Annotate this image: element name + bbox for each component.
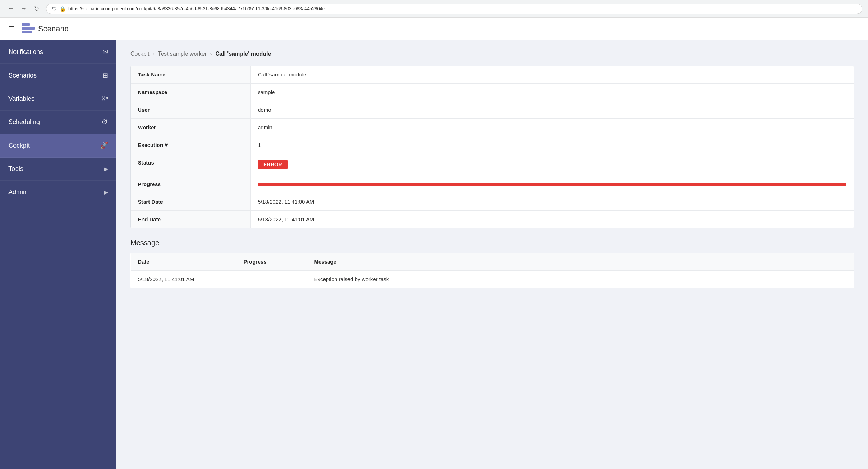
detail-label-2: User — [131, 101, 251, 118]
sidebar-icon-cockpit: 🚀 — [100, 142, 108, 149]
detail-value-5: ERROR — [251, 154, 854, 175]
detail-value-7: 5/18/2022, 11:41:00 AM — [251, 193, 854, 210]
sidebar-item-scenarios[interactable]: Scenarios⊞ — [0, 64, 116, 87]
sidebar-item-scheduling[interactable]: Scheduling⏱ — [0, 111, 116, 134]
message-section-title: Message — [130, 239, 854, 247]
sidebar-item-admin[interactable]: Admin▶ — [0, 181, 116, 204]
detail-value-2: demo — [251, 101, 854, 118]
breadcrumb-sep-1: › — [153, 51, 154, 57]
back-button[interactable]: ← — [6, 4, 16, 14]
sidebar-icon-notifications: ✉ — [103, 48, 108, 56]
detail-value-3: admin — [251, 119, 854, 136]
detail-row-0: Task NameCall 'sample' module — [131, 66, 854, 84]
sidebar-chevron-admin: ▶ — [104, 189, 108, 196]
col-header-progress: Progress — [237, 253, 307, 271]
detail-value-0: Call 'sample' module — [251, 66, 854, 83]
hamburger-button[interactable]: ☰ — [7, 23, 16, 35]
sidebar-label-variables: Variables — [8, 95, 35, 103]
shield-icon: 🛡 — [52, 6, 57, 12]
detail-label-8: End Date — [131, 211, 251, 228]
app-logo: Scenario — [22, 23, 69, 35]
detail-value-4: 1 — [251, 136, 854, 154]
refresh-button[interactable]: ↻ — [31, 4, 42, 14]
sidebar-label-cockpit: Cockpit — [8, 142, 30, 149]
nav-buttons: ← → ↻ — [6, 4, 42, 14]
message-date-0: 5/18/2022, 11:41:01 AM — [131, 271, 237, 288]
message-section: Message Date Progress Message 5/18/2022,… — [130, 239, 854, 288]
detail-row-2: Userdemo — [131, 101, 854, 119]
detail-label-3: Worker — [131, 119, 251, 136]
detail-row-8: End Date5/18/2022, 11:41:01 AM — [131, 211, 854, 228]
message-row-0: 5/18/2022, 11:41:01 AMException raised b… — [131, 271, 854, 288]
svg-rect-0 — [22, 23, 30, 26]
detail-row-6: Progress — [131, 175, 854, 193]
sidebar-label-tools: Tools — [8, 165, 23, 173]
sidebar-label-admin: Admin — [8, 189, 26, 196]
detail-row-3: Workeradmin — [131, 119, 854, 136]
url-text: https://scenario.xcomponent.com/cockpit/… — [68, 6, 325, 11]
detail-value-6 — [251, 175, 854, 193]
sidebar-icon-variables: Xⁿ — [101, 95, 108, 103]
detail-label-5: Status — [131, 154, 251, 175]
lock-icon: 🔒 — [60, 6, 66, 12]
main-area: Notifications✉Scenarios⊞VariablesXⁿSched… — [0, 40, 868, 469]
detail-row-4: Execution #1 — [131, 136, 854, 154]
progress-bar-fill — [258, 183, 846, 186]
address-bar[interactable]: 🛡 🔒 https://scenario.xcomponent.com/cock… — [46, 4, 862, 14]
detail-value-1: sample — [251, 84, 854, 101]
messages-table: Date Progress Message 5/18/2022, 11:41:0… — [130, 253, 854, 288]
sidebar-item-cockpit[interactable]: Cockpit🚀 — [0, 134, 116, 158]
svg-rect-1 — [22, 27, 35, 30]
task-details-card: Task NameCall 'sample' moduleNamespacesa… — [130, 66, 854, 228]
app-layout: ☰ Scenario Notifications✉Scenarios⊞Varia… — [0, 18, 868, 469]
detail-row-1: Namespacesample — [131, 84, 854, 101]
breadcrumb-module: Call 'sample' module — [216, 51, 271, 57]
sidebar-chevron-tools: ▶ — [104, 166, 108, 172]
message-text-0: Exception raised by worker task — [307, 271, 854, 288]
col-header-message: Message — [307, 253, 854, 271]
browser-chrome: ← → ↻ 🛡 🔒 https://scenario.xcomponent.co… — [0, 0, 868, 18]
sidebar-item-variables[interactable]: VariablesXⁿ — [0, 87, 116, 111]
forward-button[interactable]: → — [18, 4, 29, 14]
sidebar-label-scheduling: Scheduling — [8, 118, 40, 126]
svg-rect-2 — [22, 31, 32, 33]
status-badge: ERROR — [258, 160, 288, 169]
detail-label-0: Task Name — [131, 66, 251, 83]
detail-label-4: Execution # — [131, 136, 251, 154]
breadcrumb-worker[interactable]: Test sample worker — [158, 51, 207, 57]
col-header-date: Date — [131, 253, 237, 271]
main-content: Cockpit › Test sample worker › Call 'sam… — [116, 40, 868, 469]
breadcrumb-sep-2: › — [210, 51, 212, 57]
detail-label-1: Namespace — [131, 84, 251, 101]
detail-row-7: Start Date5/18/2022, 11:41:00 AM — [131, 193, 854, 211]
detail-row-5: StatusERROR — [131, 154, 854, 175]
sidebar-item-notifications[interactable]: Notifications✉ — [0, 40, 116, 64]
top-nav: ☰ Scenario — [0, 18, 868, 40]
sidebar: Notifications✉Scenarios⊞VariablesXⁿSched… — [0, 40, 116, 469]
breadcrumb-cockpit[interactable]: Cockpit — [130, 51, 149, 57]
progress-bar-container — [258, 183, 846, 186]
message-progress-0 — [237, 271, 307, 288]
sidebar-label-scenarios: Scenarios — [8, 72, 37, 79]
app-logo-icon — [22, 23, 35, 35]
breadcrumb: Cockpit › Test sample worker › Call 'sam… — [130, 51, 854, 57]
sidebar-label-notifications: Notifications — [8, 48, 43, 56]
sidebar-item-tools[interactable]: Tools▶ — [0, 158, 116, 181]
sidebar-icon-scheduling: ⏱ — [102, 118, 108, 126]
app-title: Scenario — [38, 24, 69, 33]
sidebar-icon-scenarios: ⊞ — [103, 72, 108, 79]
detail-value-8: 5/18/2022, 11:41:01 AM — [251, 211, 854, 228]
detail-label-7: Start Date — [131, 193, 251, 210]
detail-label-6: Progress — [131, 175, 251, 193]
